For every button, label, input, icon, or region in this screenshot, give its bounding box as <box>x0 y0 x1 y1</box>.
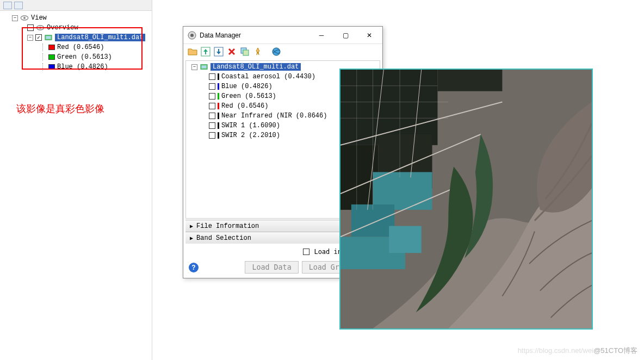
dm-band-label: Coastal aerosol (0.4430) <box>221 73 315 80</box>
band-mark-icon <box>218 83 219 90</box>
expand-right-icon: ▶ <box>190 235 193 241</box>
eye-icon <box>36 24 45 32</box>
raster-layer-icon <box>44 34 53 41</box>
raster-layer-icon <box>200 63 208 71</box>
tree-root-label: View <box>31 14 47 22</box>
checkbox-overview[interactable] <box>27 24 34 31</box>
load-data-button[interactable]: Load Data <box>245 261 298 274</box>
svg-rect-18 <box>340 145 378 210</box>
dm-band-label: Red (0.6546) <box>221 102 268 110</box>
collapse-icon[interactable]: − <box>27 35 33 41</box>
tree-overview-label: Overview <box>47 24 78 32</box>
svg-point-12 <box>273 48 280 55</box>
maximize-button[interactable]: ▢ <box>333 28 357 43</box>
band-mark-icon <box>218 113 219 119</box>
arrow-up-icon[interactable] <box>201 47 210 57</box>
svg-rect-5 <box>46 36 51 39</box>
tree-file[interactable]: − Landsat8_OLI_multi.dat <box>3 33 151 42</box>
watermark-text: @51CTO博客 <box>593 346 637 355</box>
dm-band-label: Blue (0.4826) <box>221 83 273 90</box>
dm-band-label: SWIR 2 (2.2010) <box>221 132 280 139</box>
checkbox[interactable] <box>209 93 215 100</box>
band-label: Green (0.5613) <box>57 53 112 61</box>
band-swatch-blue <box>48 64 55 70</box>
checkbox-load-new-view[interactable] <box>303 249 309 255</box>
watermark-url: https://blog.csdn.net/wei <box>518 346 593 355</box>
svg-point-7 <box>190 34 194 37</box>
close-button[interactable]: ✕ <box>357 28 381 43</box>
expand-right-icon: ▶ <box>190 223 193 229</box>
help-icon[interactable]: ? <box>189 263 199 272</box>
band-mark-icon <box>218 73 219 80</box>
band-mark-icon <box>218 93 219 100</box>
svg-rect-16 <box>340 70 437 145</box>
map-display[interactable] <box>339 69 593 330</box>
collapse-icon[interactable]: − <box>12 15 18 21</box>
checkbox[interactable] <box>209 113 215 119</box>
tree-root-view[interactable]: − View <box>3 13 151 23</box>
svg-point-3 <box>39 27 41 29</box>
svg-rect-14 <box>202 65 207 68</box>
globe-icon[interactable] <box>271 47 281 57</box>
checkbox-file[interactable] <box>35 34 42 41</box>
window-title: Data Manager <box>200 32 241 39</box>
annotation-text: 该影像是真彩色影像 <box>16 102 104 115</box>
app-icon <box>188 31 196 40</box>
titlebar[interactable]: Data Manager ─ ▢ ✕ <box>183 27 382 44</box>
delete-icon[interactable] <box>227 47 237 57</box>
arrow-down-icon[interactable] <box>214 47 224 57</box>
toolbar-button-2[interactable] <box>14 2 23 9</box>
dm-file-label: Landsat8_OLI_multi.dat <box>210 63 301 71</box>
svg-rect-23 <box>389 226 421 253</box>
band-label: Blue (0.4826) <box>57 63 108 71</box>
tree-band-green[interactable]: Green (0.5613) <box>3 52 151 62</box>
dm-band-label: Near Infrared (NIR (0.8646) <box>221 112 327 120</box>
checkbox[interactable] <box>209 83 215 90</box>
band-mark-icon <box>218 132 219 139</box>
band-mark-icon <box>218 103 219 109</box>
checkbox[interactable] <box>209 122 215 129</box>
tree-file-label: Landsat8_OLI_multi.dat <box>55 34 145 41</box>
tree-overview[interactable]: Overview <box>3 23 151 33</box>
eye-icon <box>20 14 29 22</box>
section-label: Band Selection <box>196 234 251 242</box>
svg-rect-17 <box>437 70 502 91</box>
band-label: Red (0.6546) <box>57 44 104 51</box>
layer-tree: − View Overview − Landsat8_OLI_multi.dat… <box>0 11 152 74</box>
band-swatch-red <box>48 45 55 50</box>
collapse-icon[interactable]: − <box>191 64 197 70</box>
checkbox[interactable] <box>209 132 215 139</box>
svg-rect-11 <box>243 50 249 55</box>
svg-point-1 <box>23 17 26 19</box>
minimize-button[interactable]: ─ <box>309 28 333 43</box>
pin-icon[interactable] <box>253 47 263 57</box>
left-toolbar <box>0 0 152 11</box>
checkbox[interactable] <box>209 103 215 109</box>
watermark: https://blog.csdn.net/wei@51CTO博客 <box>518 346 637 356</box>
checkbox[interactable] <box>209 73 215 80</box>
tree-band-blue[interactable]: Blue (0.4826) <box>3 62 151 72</box>
dm-band-label: Green (0.5613) <box>221 92 276 100</box>
open-folder-icon[interactable] <box>188 47 197 57</box>
section-label: File Information <box>196 222 259 230</box>
svg-rect-20 <box>373 172 432 209</box>
layer-tree-panel: − View Overview − Landsat8_OLI_multi.dat… <box>0 0 152 360</box>
tree-band-red[interactable]: Red (0.6546) <box>3 42 151 52</box>
band-swatch-green <box>48 54 55 60</box>
stack-icon[interactable] <box>240 47 250 57</box>
data-manager-toolbar <box>183 44 382 59</box>
band-mark-icon <box>218 122 219 129</box>
toolbar-button-1[interactable] <box>3 2 12 9</box>
dm-band-label: SWIR 1 (1.6090) <box>221 122 280 129</box>
